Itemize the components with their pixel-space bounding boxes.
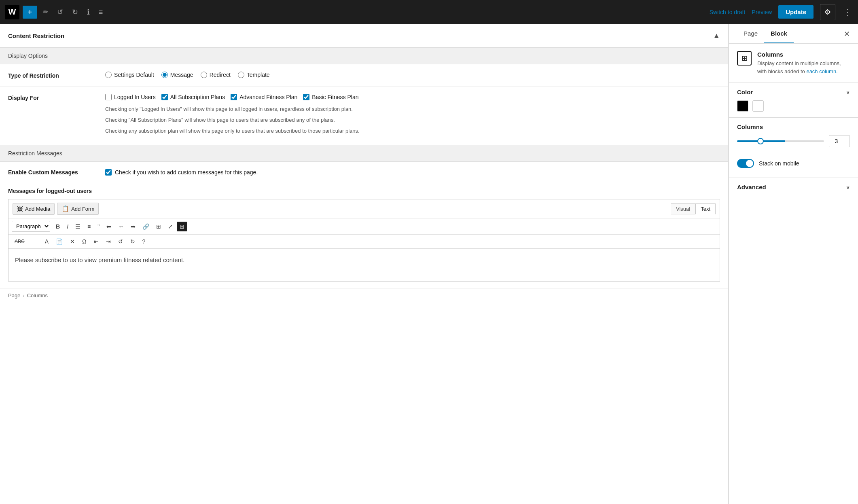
redo2-button[interactable]: ↻ (127, 237, 138, 246)
wp-logo[interactable]: W (5, 5, 19, 19)
stack-on-mobile-toggle[interactable] (737, 159, 754, 168)
type-of-restriction-row: Type of Restriction Settings Default Mes… (0, 64, 728, 87)
display-for-label: Display For (8, 94, 97, 101)
advanced-section-title: Advanced (737, 184, 766, 191)
stack-on-mobile-label: Stack on mobile (759, 160, 799, 167)
content-restriction-title: Content Restriction (8, 32, 64, 39)
edit-mode-button[interactable]: ✏ (40, 6, 51, 18)
block-info-text: Columns Display content in multiple colu… (757, 51, 850, 75)
text-color-button[interactable]: A (42, 237, 51, 246)
editor-button-bar: 🖼 Add Media 📋 Add Form Visual Text (8, 199, 720, 218)
black-color-swatch[interactable] (737, 100, 748, 112)
add-form-button[interactable]: 📋 Add Form (57, 203, 99, 215)
horizontal-rule-button[interactable]: — (29, 237, 40, 246)
color-section-chevron[interactable]: ∨ (846, 89, 850, 95)
checkbox-all-plans[interactable]: All Subscription Plans (161, 94, 225, 100)
advanced-section: Advanced ∨ (729, 178, 858, 196)
left-panel: Content Restriction ▲ Display Options Ty… (0, 24, 729, 504)
checkbox-logged-in[interactable]: Logged In Users (105, 94, 156, 100)
enable-custom-messages-checkbox[interactable] (105, 169, 112, 176)
stack-on-mobile-row: Stack on mobile (737, 155, 850, 172)
bold-button[interactable]: B (53, 222, 63, 231)
editor-content[interactable]: Please subscribe to us to view premium f… (8, 249, 720, 281)
clear-format-button[interactable]: ✕ (67, 237, 78, 246)
display-for-checkboxes: Logged In Users All Subscription Plans A… (105, 94, 720, 100)
update-button[interactable]: Update (778, 5, 814, 19)
info-button[interactable]: ℹ (84, 6, 93, 18)
enable-custom-messages-content: Check if you wish to add custom messages… (105, 169, 258, 176)
table-button[interactable]: ⊞ (153, 222, 164, 231)
redo-button[interactable]: ↻ (69, 6, 81, 18)
collapse-icon[interactable]: ▲ (713, 32, 720, 40)
tab-block[interactable]: Block (764, 24, 794, 43)
settings-button[interactable]: ⚙ (820, 4, 835, 20)
format-toolbar-2: ABC — A 📄 ✕ Ω ⇤ ⇥ ↺ ↻ ? (8, 235, 720, 249)
ordered-list-button[interactable]: ≡ (85, 222, 93, 231)
restriction-messages-section: Restriction Messages (0, 145, 728, 162)
type-of-restriction-label: Type of Restriction (8, 72, 97, 79)
enable-custom-messages-label: Enable Custom Messages (8, 169, 97, 176)
main-layout: Content Restriction ▲ Display Options Ty… (0, 24, 858, 504)
fullscreen-button[interactable]: ⤢ (165, 222, 176, 231)
list-view-button[interactable]: ≡ (95, 6, 106, 18)
strikethrough-button[interactable]: ABC (12, 237, 28, 246)
checkbox-advanced-fitness[interactable]: Advanced Fitness Plan (231, 94, 297, 100)
columns-slider-row: 3 (737, 135, 850, 147)
right-panel: Page Block ✕ ⊞ Columns Display content i… (729, 24, 858, 504)
add-media-icon: 🖼 (17, 205, 23, 212)
color-section-title: Color (737, 89, 753, 95)
messages-logged-out-label: Messages for logged-out users (0, 183, 728, 199)
columns-input[interactable]: 3 (829, 135, 850, 147)
preview-link[interactable]: Preview (752, 9, 772, 15)
restriction-type-radio-group: Settings Default Message Redirect Templa… (105, 72, 720, 78)
block-title: Columns (757, 51, 850, 58)
radio-template[interactable]: Template (238, 72, 270, 78)
white-color-swatch[interactable] (752, 100, 764, 112)
format-toolbar-1: Paragraph B I ☰ ≡ " ⬅ ↔ ➡ 🔗 ⊞ ⤢ ⊞ (8, 218, 720, 235)
grid-button[interactable]: ⊞ (177, 222, 187, 231)
align-center-button[interactable]: ↔ (115, 222, 127, 231)
undo2-button[interactable]: ↺ (115, 237, 126, 246)
more-options-button[interactable]: ⋮ (842, 5, 853, 19)
advanced-section-chevron[interactable]: ∨ (846, 184, 850, 191)
align-right-button[interactable]: ➡ (128, 222, 138, 231)
paste-as-text-button[interactable]: 📄 (53, 237, 66, 246)
add-form-icon: 📋 (61, 205, 69, 212)
radio-settings-default[interactable]: Settings Default (105, 72, 154, 78)
outdent-button[interactable]: ⇤ (91, 237, 102, 246)
type-of-restriction-options: Settings Default Message Redirect Templa… (105, 72, 720, 78)
radio-message[interactable]: Message (161, 72, 193, 78)
breadcrumb-page[interactable]: Page (8, 292, 20, 299)
italic-button[interactable]: I (64, 222, 71, 231)
breadcrumb-separator: › (23, 292, 24, 299)
advanced-section-header[interactable]: Advanced ∨ (737, 184, 850, 191)
indent-button[interactable]: ⇥ (103, 237, 114, 246)
display-options-section: Display Options (0, 48, 728, 64)
help-button[interactable]: ? (140, 237, 148, 246)
block-info: ⊞ Columns Display content in multiple co… (729, 44, 858, 83)
link-button[interactable]: 🔗 (140, 222, 152, 231)
special-chars-button[interactable]: Ω (79, 237, 89, 246)
radio-redirect[interactable]: Redirect (201, 72, 231, 78)
display-for-description: Checking only "Logged In Users" will sho… (105, 105, 720, 135)
add-media-button[interactable]: 🖼 Add Media (13, 203, 55, 215)
text-tab[interactable]: Text (695, 203, 716, 214)
visual-tab[interactable]: Visual (671, 203, 695, 214)
columns-slider-title: Columns (737, 123, 850, 130)
unordered-list-button[interactable]: ☰ (72, 222, 83, 231)
blockquote-button[interactable]: " (95, 222, 102, 231)
paragraph-select[interactable]: Paragraph (12, 221, 50, 232)
breadcrumb-columns[interactable]: Columns (27, 292, 48, 299)
topbar-actions: + ✏ ↺ ↻ ℹ ≡ (23, 6, 106, 19)
close-panel-button[interactable]: ✕ (844, 24, 850, 43)
switch-to-draft-link[interactable]: Switch to draft (710, 9, 746, 15)
columns-slider[interactable] (737, 140, 824, 142)
undo-button[interactable]: ↺ (54, 6, 66, 18)
align-left-button[interactable]: ⬅ (104, 222, 114, 231)
columns-slider-section: Columns 3 (729, 118, 858, 153)
checkbox-basic-fitness[interactable]: Basic Fitness Plan (303, 94, 358, 100)
color-swatches (737, 100, 850, 112)
add-block-button[interactable]: + (23, 6, 37, 19)
tab-page[interactable]: Page (737, 24, 764, 43)
each-column-link[interactable]: each column. (806, 68, 837, 74)
